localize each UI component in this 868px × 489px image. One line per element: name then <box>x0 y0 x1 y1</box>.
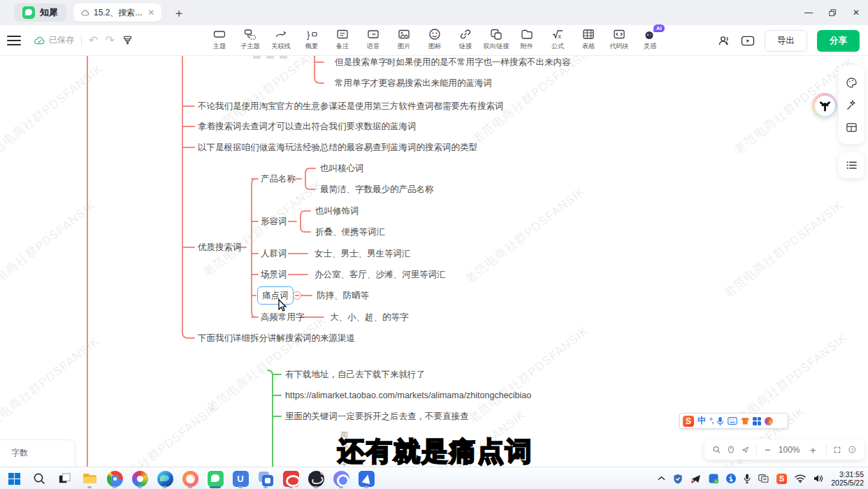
collapse-handle-icon[interactable] <box>293 291 301 300</box>
mindmap-node[interactable]: 里面的关键词一定要拆开之后去查，不要直接查 <box>285 411 469 423</box>
collaboration-icon[interactable] <box>718 35 731 47</box>
tray-bluetooth-icon[interactable] <box>726 474 736 483</box>
minimize-button[interactable]: — <box>797 0 820 25</box>
tool-table[interactable]: 表格 <box>573 25 604 51</box>
mindmap-node[interactable]: 常用单字才更容易搜索出来能用的蓝海词 <box>335 78 492 89</box>
taskbar-chrome[interactable] <box>105 468 124 489</box>
share-button[interactable]: 分享 <box>817 30 860 52</box>
mindmap-node[interactable]: 场景词 <box>261 269 287 281</box>
taskbar-blue-sail-app[interactable] <box>356 468 376 489</box>
tray-telegram-icon[interactable] <box>690 474 701 483</box>
mindmap-node[interactable]: 人群词 <box>261 248 287 260</box>
mindmap-node[interactable]: 高频常用字 <box>261 312 305 323</box>
taskbar-search-button[interactable] <box>29 468 49 489</box>
mindmap-leaf[interactable]: 大、小、超、的等字 <box>330 312 409 323</box>
zoom-out-button[interactable]: − <box>765 444 771 455</box>
export-button[interactable]: 导出 <box>765 30 807 52</box>
close-button[interactable]: ✕ <box>844 0 868 25</box>
taskbar-dark-app-notification[interactable] <box>306 468 326 489</box>
tool-note[interactable]: 备注 <box>327 25 358 51</box>
tool-voice[interactable]: 语音 <box>358 25 389 51</box>
redo-icon[interactable]: ↷ <box>105 34 114 47</box>
tool-attachment[interactable]: 附件 <box>512 25 542 51</box>
ime-punctuation-icon[interactable]: °, <box>710 417 714 425</box>
mindmap-leaf[interactable]: 最简洁、字数最少的产品名称 <box>320 184 434 196</box>
tray-expand-chevron[interactable] <box>658 476 665 481</box>
mindmap-node[interactable]: 拿着搜索词去查词才可以查出符合我们要求数据的蓝海词 <box>198 121 417 133</box>
mindmap-node[interactable]: 下面我们详细拆分讲解搜索词的来源渠道 <box>198 333 355 344</box>
mindmap-node[interactable]: 有下载地址，自己去下载下来就行了 <box>285 369 425 381</box>
mindmap-leaf[interactable]: 女士、男士、男生等词汇 <box>314 248 411 260</box>
mindmap-canvas[interactable]: 老范电商社群PDSFANSIK 老范电商社群PDSFANSIK 老范电商社群PD… <box>0 56 868 467</box>
mindmap-leaf[interactable]: 办公室、客厅、沙滩、河里等词汇 <box>314 269 446 281</box>
zoom-in-button[interactable]: ＋ <box>808 444 818 455</box>
new-tab-button[interactable]: ＋ <box>173 7 185 19</box>
tool-image[interactable]: 图片 <box>389 25 419 51</box>
taskbar-edge[interactable] <box>155 468 175 489</box>
ime-keyboard-icon[interactable] <box>728 417 737 425</box>
fullscreen-icon[interactable] <box>834 445 841 455</box>
tool-topic[interactable]: 主题 <box>204 25 235 51</box>
tray-wifi-icon[interactable] <box>795 474 806 483</box>
taskbar-blue-u-app[interactable]: U <box>231 468 250 489</box>
tool-icon-sticker[interactable]: 图标 <box>419 25 450 51</box>
mindmap-leaf[interactable]: 也叫修饰词 <box>315 205 359 217</box>
mindmap-node-painpoint-selected[interactable]: 痛点词 <box>257 286 294 305</box>
beautify-wand-icon[interactable] <box>846 99 858 111</box>
tool-bidirectional-link[interactable]: 双向链接 <box>481 25 512 51</box>
tool-code-block[interactable]: 代码块 <box>604 25 635 51</box>
mindmap-node-quality[interactable]: 优质搜索词 <box>198 242 242 254</box>
sogou-ime-bar[interactable]: S 中 °, <box>679 413 788 429</box>
taskbar-zhixi-active[interactable] <box>205 468 225 489</box>
restore-button[interactable] <box>820 0 844 25</box>
mindmap-leaf[interactable]: 折叠、便携等词汇 <box>315 226 385 238</box>
help-icon[interactable]: ? <box>848 444 856 455</box>
mindmap-node[interactable]: 不论我们是使用淘宝官方的生意参谋还是使用第三方软件查词都需要先有搜索词 <box>198 101 504 112</box>
theme-palette-icon[interactable] <box>846 77 858 89</box>
search-locate-icon[interactable] <box>713 444 721 455</box>
start-button[interactable] <box>4 468 24 489</box>
task-view-button[interactable] <box>55 468 74 489</box>
mindmap-node-url[interactable]: https://alimarket.taobao.com/markets/ali… <box>285 391 531 400</box>
taskbar-purple-app[interactable] <box>331 468 351 489</box>
taskbar-remote-app[interactable] <box>256 468 275 489</box>
tool-summary[interactable]: } 概要 <box>296 25 327 51</box>
app-home-tab[interactable]: 知犀 <box>14 3 66 22</box>
tray-microphone-icon[interactable] <box>744 474 751 483</box>
ime-skin-icon[interactable] <box>741 418 749 425</box>
tab-close-icon[interactable]: ✕ <box>147 8 154 17</box>
taskbar-orange-app[interactable] <box>180 468 200 489</box>
drag-mode-mouse-icon[interactable] <box>728 444 734 455</box>
taskbar-clock[interactable]: 3:31:55 2025/5/22 <box>831 470 864 487</box>
tool-relation-line[interactable]: 关联线 <box>266 25 296 51</box>
tray-sogou-icon[interactable]: S <box>776 474 787 484</box>
tool-inspiration[interactable]: AI 灵感 <box>635 25 665 51</box>
undo-icon[interactable]: ↶ <box>89 34 98 47</box>
tool-formula[interactable]: x 公式 <box>542 25 573 51</box>
sogou-logo-icon[interactable]: S <box>683 416 694 427</box>
ai-assistant-button[interactable] <box>812 93 837 118</box>
taskbar-browser-colorful[interactable] <box>130 468 150 489</box>
video-tutorial-icon[interactable] <box>741 35 755 47</box>
ime-toolbox-icon[interactable] <box>753 417 761 425</box>
mindmap-leaf[interactable]: 防摔、防晒等 <box>317 290 369 302</box>
mindmap-node[interactable]: 形容词 <box>261 216 287 228</box>
tray-volume-icon[interactable] <box>813 474 823 483</box>
ime-emoji-icon[interactable] <box>765 417 773 425</box>
outline-list-icon[interactable] <box>846 159 858 171</box>
ime-mic-icon[interactable] <box>716 416 724 426</box>
menu-hamburger-icon[interactable] <box>7 36 21 45</box>
ime-mode-chinese[interactable]: 中 <box>697 415 707 427</box>
mindmap-node[interactable]: 但是搜索单字时如果使用的是不常用字也一样搜索不出来内容 <box>335 57 571 68</box>
taskbar-red-app[interactable] <box>281 468 301 489</box>
document-tab[interactable]: 15.2、搜索... ✕ <box>73 3 161 22</box>
taskbar-file-explorer[interactable] <box>80 468 99 489</box>
laser-pointer-icon[interactable] <box>742 444 749 455</box>
mindmap-node[interactable]: 以下是根据咱们做蓝海玩法经验总结的最容易查到蓝海词的搜索词的类型 <box>198 142 477 154</box>
mindmap-leaf[interactable]: 也叫核心词 <box>320 163 364 175</box>
tool-link[interactable]: 链接 <box>450 25 481 51</box>
tool-subtopic[interactable]: 子主题 <box>235 25 266 51</box>
layout-structure-icon[interactable] <box>846 122 858 133</box>
tray-antivirus-shield-icon[interactable] <box>673 474 683 484</box>
tray-ime-language-icon[interactable] <box>758 474 769 483</box>
